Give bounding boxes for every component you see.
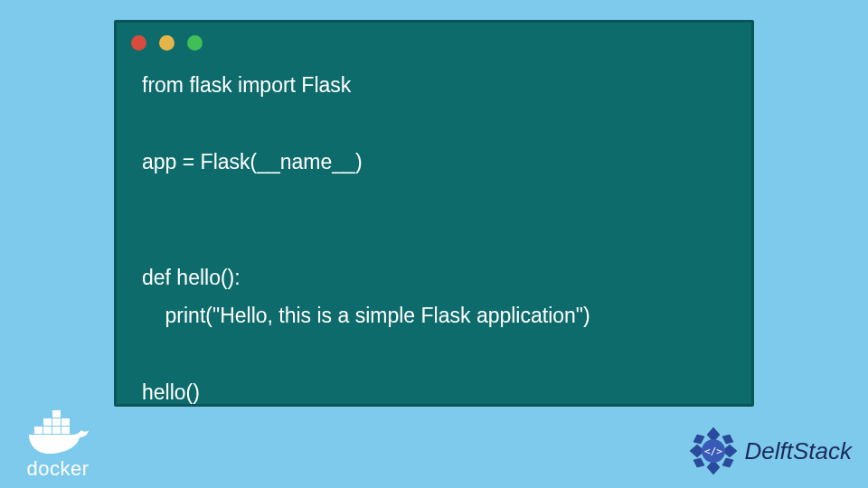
svg-marker-12 xyxy=(722,435,733,444)
svg-rect-1 xyxy=(43,427,52,434)
delftstack-label: DelftStack xyxy=(745,437,853,465)
svg-rect-5 xyxy=(52,418,61,426)
close-icon xyxy=(131,35,146,51)
window-controls xyxy=(131,35,203,51)
svg-marker-15 xyxy=(693,458,704,467)
svg-rect-3 xyxy=(61,427,70,434)
svg-text:</>: </> xyxy=(704,446,722,457)
code-content: from flask import Flask app = Flask(__na… xyxy=(142,66,733,412)
code-window: from flask import Flask app = Flask(__na… xyxy=(114,20,754,407)
svg-rect-0 xyxy=(34,427,42,434)
svg-rect-4 xyxy=(43,418,52,426)
minimize-icon xyxy=(159,35,175,51)
svg-rect-7 xyxy=(52,410,61,418)
docker-label: docker xyxy=(13,457,103,481)
delftstack-logo: </> DelftStack xyxy=(687,425,853,477)
delft-suffix: Stack xyxy=(793,437,852,465)
svg-marker-13 xyxy=(693,435,704,444)
delftstack-emblem-icon: </> xyxy=(687,425,740,477)
svg-marker-14 xyxy=(722,458,733,467)
delft-prefix: Delft xyxy=(745,437,793,465)
svg-rect-6 xyxy=(61,418,70,426)
docker-whale-icon xyxy=(25,410,90,455)
maximize-icon xyxy=(187,35,203,51)
docker-logo: docker xyxy=(13,410,103,481)
svg-rect-2 xyxy=(52,427,61,434)
